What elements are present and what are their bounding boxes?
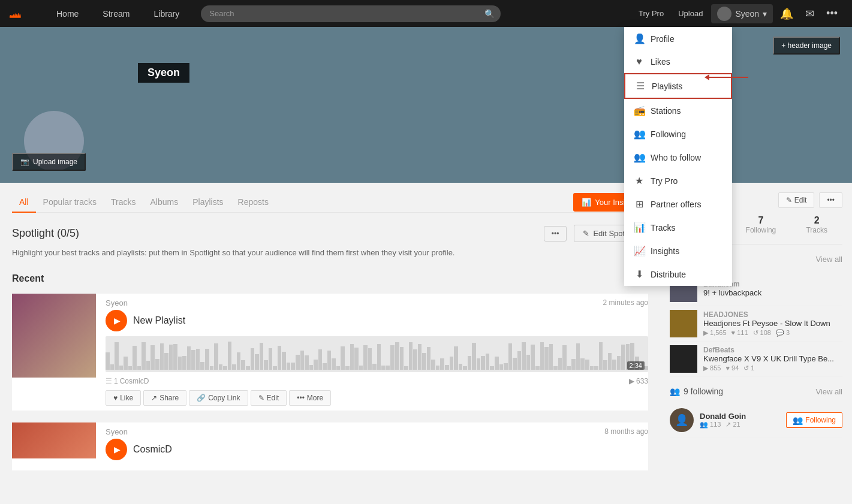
more-dots-icon: •••: [297, 394, 305, 402]
profile-edit-button[interactable]: ✎ Edit: [778, 192, 815, 208]
tracks-count: 2: [806, 215, 827, 226]
play-button[interactable]: ▶: [106, 310, 127, 331]
spotlight-section: Spotlight (0/5) ••• ✎ Edit Spotlight Hig…: [12, 225, 648, 259]
header-image-button[interactable]: + header image: [773, 37, 840, 55]
search-wrapper: 🔍: [201, 5, 501, 22]
like-artist[interactable]: DefBeats: [703, 346, 842, 354]
content-tabs: All Popular tracks Tracks Albums Playlis…: [12, 192, 648, 213]
following-stats: 👥 113 ↗ 21: [700, 421, 780, 428]
dropdown-item-following[interactable]: 👥 Following: [624, 122, 732, 146]
logo[interactable]: [10, 8, 40, 20]
tab-popular-tracks[interactable]: Popular tracks: [36, 192, 104, 213]
like-stat: ♥ 94: [725, 364, 739, 372]
like-info: DefBeats Kwengface X V9 X UK Drill Type …: [703, 346, 842, 372]
notifications-icon[interactable]: 🔔: [775, 7, 798, 20]
following-count: 9 following: [684, 387, 723, 396]
main-nav: Home Stream Library: [44, 0, 191, 27]
dropdown-item-partner-offers[interactable]: ⊞ Partner offers: [624, 192, 732, 216]
more-button[interactable]: ••• More: [289, 390, 331, 406]
spotlight-title: Spotlight (0/5): [12, 227, 79, 240]
dropdown-item-try-pro[interactable]: ★ Try Pro: [624, 169, 732, 192]
avatar: [717, 7, 731, 21]
track-title[interactable]: New Playlist: [133, 315, 185, 326]
distribute-icon: ⬇: [634, 268, 645, 280]
more-options-spotlight[interactable]: •••: [544, 226, 567, 242]
track-card: Syeon 2 minutes ago ▶ New Playlist: [12, 294, 648, 411]
tab-reposts[interactable]: Reposts: [231, 192, 276, 213]
following-toggle-button[interactable]: 👥 Following: [786, 412, 842, 428]
upload-image-button[interactable]: 📷 Upload image: [12, 153, 86, 171]
red-arrow-indicator: [703, 71, 751, 85]
messages-icon[interactable]: ✉: [800, 7, 819, 20]
track-content: Syeon 8 months ago ▶ CosmicD: [106, 422, 648, 470]
play-number: 633: [636, 377, 648, 385]
dropdown-label-stations: Stations: [651, 106, 681, 116]
track-title[interactable]: CosmicD: [133, 444, 172, 455]
search-input[interactable]: [201, 5, 501, 22]
tab-all[interactable]: All: [12, 192, 36, 213]
following-title: 👥 9 following: [670, 387, 723, 396]
nav-library[interactable]: Library: [142, 0, 191, 27]
following-name[interactable]: Donald Goin: [700, 412, 780, 421]
like-stat: ♥ 111: [731, 329, 748, 337]
track-list-name: CosmicD: [120, 377, 149, 385]
like-info: HEADJONES Headjones Ft Peysoe - Slow It …: [703, 310, 842, 337]
following-icon: 👥: [634, 128, 645, 140]
comment-stat: 💬 3: [776, 329, 790, 337]
dropdown-item-likes[interactable]: ♥ Likes: [624, 50, 732, 73]
tab-albums[interactable]: Albums: [143, 192, 186, 213]
like-item: DefBeats Kwengface X V9 X UK Drill Type …: [670, 342, 842, 377]
dropdown-label-partner-offers: Partner offers: [651, 200, 702, 209]
more-label: More: [307, 394, 323, 402]
like-label: Like: [120, 394, 133, 402]
dropdown-item-distribute[interactable]: ⬇ Distribute: [624, 262, 732, 286]
heart-icon: ♥: [634, 56, 645, 67]
like-title[interactable]: Headjones Ft Peysoe - Slow It Down: [703, 319, 842, 328]
dropdown-label-try-pro: Try Pro: [651, 176, 678, 186]
more-options-icon[interactable]: •••: [821, 7, 842, 20]
like-artist[interactable]: HEADJONES: [703, 310, 842, 319]
dropdown-label-who-to-follow: Who to follow: [651, 153, 701, 162]
tab-tracks[interactable]: Tracks: [104, 192, 143, 213]
track-thumbnail: [12, 422, 96, 458]
dropdown-item-profile[interactable]: 👤 Profile: [624, 27, 732, 50]
dropdown-item-stations[interactable]: 📻 Stations: [624, 99, 732, 122]
share-button[interactable]: ↗ Share: [143, 390, 186, 406]
edit-track-button[interactable]: ✎ Edit: [251, 390, 287, 406]
like-thumbnail: [670, 310, 697, 337]
play-icon: ▶: [114, 445, 121, 454]
waveform[interactable]: // Generate waveform bars inline const b…: [106, 336, 648, 372]
track-duration: 2:34: [627, 361, 645, 370]
play-button[interactable]: ▶: [106, 439, 127, 460]
user-menu-button[interactable]: Syeon ▾: [711, 4, 773, 23]
dropdown-item-who-to-follow[interactable]: 👥 Who to follow: [624, 146, 732, 169]
track-username[interactable]: Syeon: [106, 298, 128, 307]
dropdown-item-tracks[interactable]: 📊 Tracks: [624, 216, 732, 239]
nav-home[interactable]: Home: [44, 0, 91, 27]
track-title-row: ▶ CosmicD: [106, 439, 648, 460]
edit-label: Edit: [267, 394, 279, 402]
follower-stat: 👥 113: [700, 421, 721, 428]
likes-view-all[interactable]: View all: [815, 255, 842, 264]
track-username[interactable]: Syeon: [106, 427, 128, 436]
tracks-icon: 📊: [634, 222, 645, 233]
edit-label: Edit: [794, 196, 807, 204]
copy-link-button[interactable]: 🔗 Copy Link: [189, 390, 248, 406]
left-panel: All Popular tracks Tracks Albums Playlis…: [0, 183, 660, 492]
try-pro-button[interactable]: Try Pro: [633, 7, 670, 20]
like-button[interactable]: ♥ Like: [106, 390, 141, 406]
header-right: Try Pro Upload Syeon ▾ 🔔 ✉ •••: [633, 4, 842, 23]
dropdown-label-following: Following: [651, 129, 686, 139]
tracklist-number: ☰ 1 CosmicD: [106, 377, 149, 385]
following-view-all[interactable]: View all: [815, 387, 842, 396]
tab-playlists[interactable]: Playlists: [185, 192, 230, 213]
like-title[interactable]: Kwengface X V9 X UK Drill Type Be...: [703, 354, 842, 363]
upload-button[interactable]: Upload: [672, 7, 709, 20]
spotlight-description: Highlight your best tracks and playlists…: [12, 247, 648, 259]
profile-more-button[interactable]: •••: [819, 192, 842, 208]
like-title[interactable]: 9! + luvbackpack: [703, 288, 842, 297]
dropdown-item-insights[interactable]: 📈 Insights: [624, 239, 732, 262]
play-stat: ▶ 1,565: [703, 329, 727, 337]
search-icon: 🔍: [484, 9, 495, 19]
nav-stream[interactable]: Stream: [91, 0, 142, 27]
